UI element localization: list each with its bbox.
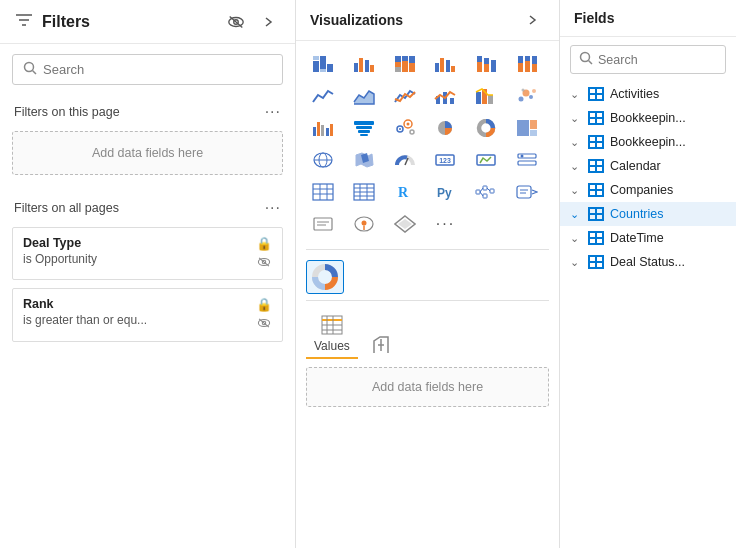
viz-tabs: Values [296,307,559,359]
field-group-bookkeeping1[interactable]: ⌄ Bookkeepin... [560,106,736,130]
fields-list: ⌄ Activities ⌄ Bookkeepin... ⌄ Bookkeepi… [560,82,736,548]
viz-pie[interactable] [428,113,462,143]
svg-point-50 [529,95,533,99]
eye-icon-button[interactable] [223,11,249,33]
viz-slicer[interactable] [510,145,544,175]
field-group-calendar[interactable]: ⌄ Calendar [560,154,736,178]
filters-panel: Filters [0,0,296,548]
svg-rect-55 [321,125,324,136]
field-group-companies[interactable]: ⌄ Companies [560,178,736,202]
viz-100-stacked-bar[interactable] [388,49,422,79]
table-icon-datetime [588,231,604,245]
svg-rect-24 [402,61,408,72]
viz-matrix[interactable] [347,177,381,207]
filters-search-box[interactable] [12,54,283,85]
viz-smart-narrative[interactable] [510,177,544,207]
field-group-bookkeeping2[interactable]: ⌄ Bookkeepin... [560,130,736,154]
viz-bar-chart2[interactable] [306,113,340,143]
viz-area[interactable] [347,81,381,111]
viz-selected-donut[interactable] [306,260,344,294]
viz-map[interactable] [306,145,340,175]
viz-clustered-bar[interactable] [347,49,381,79]
viz-more-options[interactable]: ··· [428,209,462,239]
chevron-calendar: ⌄ [570,160,582,173]
viz-tab-values[interactable]: Values [306,311,358,359]
field-group-activities[interactable]: ⌄ Activities [560,82,736,106]
fields-search-input[interactable] [598,53,717,67]
field-group-dealstatus[interactable]: ⌄ Deal Status... [560,250,736,274]
viz-r-script[interactable]: R [388,177,422,207]
field-name-companies: Companies [610,183,673,197]
viz-text-box[interactable] [306,209,340,239]
viz-treemap[interactable] [510,113,544,143]
viz-stacked-bar[interactable] [306,49,340,79]
svg-rect-80 [518,161,536,165]
viz-add-data-fields[interactable]: Add data fields here [306,367,549,407]
svg-point-48 [519,97,524,102]
table-icon-countries [588,207,604,221]
table-icon-calendar [588,159,604,173]
lock-icon-0: 🔒 [256,236,272,251]
viz-line-clustered[interactable] [388,81,422,111]
viz-collapse-button[interactable] [521,10,545,30]
viz-header: Visualizations [296,0,559,41]
svg-point-51 [532,89,536,93]
filters-search-input[interactable] [43,62,272,77]
svg-rect-57 [330,124,333,136]
viz-ribbon[interactable] [469,81,503,111]
viz-combo[interactable] [428,81,462,111]
filters-on-page-more-button[interactable]: ··· [265,103,281,121]
viz-icon-grid: 123 R Py [296,41,559,243]
viz-tab-format[interactable] [362,331,400,359]
svg-rect-56 [326,128,329,136]
field-group-datetime[interactable]: ⌄ DateTime [560,226,736,250]
viz-100-stacked-column[interactable] [510,49,544,79]
fields-panel: Fields ⌄ Activities ⌄ Bookkeepin... [560,0,736,548]
add-data-fields-page[interactable]: Add data fields here [12,131,283,175]
viz-decomp-tree[interactable] [469,177,503,207]
field-name-bookkeeping1: Bookkeepin... [610,111,686,125]
viz-line[interactable] [306,81,340,111]
viz-clustered-column[interactable] [428,49,462,79]
fields-title: Fields [574,10,614,26]
filters-on-page-label: Filters on this page [14,105,120,119]
viz-stacked-column[interactable] [469,49,503,79]
chevron-activities: ⌄ [570,88,582,101]
svg-rect-95 [476,190,480,194]
viz-gauge[interactable] [388,145,422,175]
viz-kpi[interactable] [469,145,503,175]
filters-on-page-header: Filters on this page ··· [0,95,295,127]
svg-rect-96 [483,186,487,190]
collapse-button[interactable] [257,12,281,32]
viz-title: Visualizations [310,12,521,28]
svg-rect-27 [435,63,439,72]
svg-rect-34 [484,64,489,72]
viz-scatter[interactable] [510,81,544,111]
svg-rect-61 [360,134,368,136]
svg-rect-59 [356,126,372,129]
field-group-countries[interactable]: ⌄ Countries [560,202,736,226]
viz-python[interactable]: Py [428,177,462,207]
filter-item-1[interactable]: Rank is greater than or equ... 🔒 [12,288,283,342]
filter-item-0[interactable]: Deal Type is Opportunity 🔒 [12,227,283,280]
field-name-dealstatus: Deal Status... [610,255,685,269]
viz-funnel[interactable] [347,113,381,143]
svg-rect-15 [320,69,326,72]
viz-table[interactable] [306,177,340,207]
fields-search-box[interactable] [570,45,726,74]
field-name-datetime: DateTime [610,231,664,245]
filters-on-all-pages-more-button[interactable]: ··· [265,199,281,217]
svg-rect-16 [354,63,358,72]
fields-search-icon [579,51,593,68]
svg-text:R: R [398,185,409,200]
viz-scatter2[interactable] [388,113,422,143]
filter-item-0-name: Deal Type [23,236,248,250]
viz-filled-map[interactable] [347,145,381,175]
svg-rect-69 [517,120,529,136]
viz-card[interactable]: 123 [428,145,462,175]
viz-donut[interactable] [469,113,503,143]
viz-pin-map[interactable] [347,209,381,239]
viz-tab-values-label: Values [314,339,350,353]
filters-title: Filters [42,13,223,31]
viz-diamond[interactable] [388,209,422,239]
